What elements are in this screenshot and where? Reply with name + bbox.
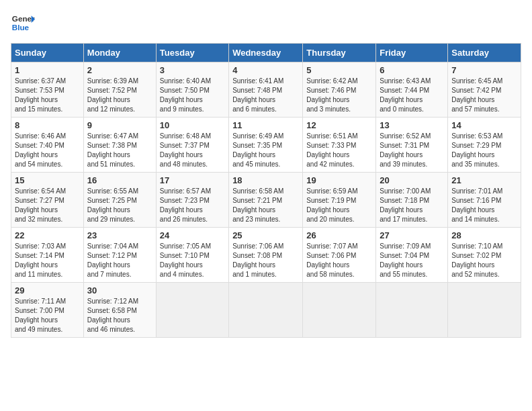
- day-info: Sunrise: 6:47 AMSunset: 7:38 PMDaylight …: [87, 132, 152, 169]
- day-info: Sunrise: 6:52 AMSunset: 7:31 PMDaylight …: [380, 132, 444, 169]
- calendar-week-row: 29Sunrise: 7:11 AMSunset: 7:00 PMDayligh…: [11, 283, 521, 338]
- weekday-header: Wednesday: [229, 44, 303, 62]
- day-info: Sunrise: 7:10 AMSunset: 7:02 PMDaylight …: [451, 242, 517, 279]
- calendar-day-cell: 22Sunrise: 7:03 AMSunset: 7:14 PMDayligh…: [11, 228, 84, 283]
- calendar-day-cell: 3Sunrise: 6:40 AMSunset: 7:50 PMDaylight…: [156, 62, 228, 118]
- calendar-week-row: 15Sunrise: 6:54 AMSunset: 7:27 PMDayligh…: [11, 173, 521, 228]
- weekday-header: Friday: [376, 44, 448, 62]
- calendar-day-cell: 28Sunrise: 7:10 AMSunset: 7:02 PMDayligh…: [448, 228, 521, 283]
- day-number: 20: [380, 175, 444, 185]
- day-info: Sunrise: 6:37 AMSunset: 7:53 PMDaylight …: [15, 77, 80, 114]
- day-info: Sunrise: 6:43 AMSunset: 7:44 PMDaylight …: [380, 77, 444, 114]
- calendar-day-cell: 2Sunrise: 6:39 AMSunset: 7:52 PMDaylight…: [83, 62, 156, 118]
- day-info: Sunrise: 6:48 AMSunset: 7:37 PMDaylight …: [160, 132, 225, 169]
- day-info: Sunrise: 6:58 AMSunset: 7:21 PMDaylight …: [232, 187, 299, 224]
- calendar-day-cell: [448, 283, 521, 338]
- day-number: 26: [306, 230, 372, 240]
- calendar-day-cell: 17Sunrise: 6:57 AMSunset: 7:23 PMDayligh…: [156, 173, 228, 228]
- weekday-header: Saturday: [448, 44, 521, 62]
- day-info: Sunrise: 6:42 AMSunset: 7:46 PMDaylight …: [306, 77, 372, 114]
- day-number: 14: [451, 120, 517, 130]
- weekday-header: Monday: [83, 44, 156, 62]
- calendar-day-cell: 6Sunrise: 6:43 AMSunset: 7:44 PMDaylight…: [376, 62, 448, 118]
- day-number: 11: [232, 120, 299, 130]
- day-number: 30: [87, 285, 152, 295]
- day-number: 18: [232, 175, 299, 185]
- day-info: Sunrise: 7:09 AMSunset: 7:04 PMDaylight …: [380, 242, 444, 279]
- day-info: Sunrise: 7:06 AMSunset: 7:08 PMDaylight …: [232, 242, 299, 279]
- calendar-day-cell: 8Sunrise: 6:46 AMSunset: 7:40 PMDaylight…: [11, 118, 84, 173]
- calendar-day-cell: 7Sunrise: 6:45 AMSunset: 7:42 PMDaylight…: [448, 62, 521, 118]
- weekday-header: Sunday: [11, 44, 84, 62]
- day-info: Sunrise: 6:51 AMSunset: 7:33 PMDaylight …: [306, 132, 372, 169]
- calendar-day-cell: 18Sunrise: 6:58 AMSunset: 7:21 PMDayligh…: [229, 173, 303, 228]
- calendar-day-cell: 5Sunrise: 6:42 AMSunset: 7:46 PMDaylight…: [303, 62, 376, 118]
- header: General Blue: [11, 11, 521, 35]
- day-number: 8: [15, 120, 80, 130]
- calendar-day-cell: [376, 283, 448, 338]
- calendar-day-cell: [229, 283, 303, 338]
- day-number: 25: [232, 230, 299, 240]
- logo-icon: General Blue: [11, 11, 35, 35]
- calendar-day-cell: 20Sunrise: 7:00 AMSunset: 7:18 PMDayligh…: [376, 173, 448, 228]
- calendar-header-row: SundayMondayTuesdayWednesdayThursdayFrid…: [11, 44, 521, 62]
- calendar-week-row: 1Sunrise: 6:37 AMSunset: 7:53 PMDaylight…: [11, 62, 521, 118]
- svg-text:Blue: Blue: [12, 23, 30, 32]
- day-number: 13: [380, 120, 444, 130]
- day-number: 9: [87, 120, 152, 130]
- day-number: 17: [160, 175, 225, 185]
- day-info: Sunrise: 7:12 AMSunset: 6:58 PMDaylight …: [87, 297, 152, 334]
- calendar-week-row: 8Sunrise: 6:46 AMSunset: 7:40 PMDaylight…: [11, 118, 521, 173]
- day-number: 29: [15, 285, 80, 295]
- day-info: Sunrise: 7:04 AMSunset: 7:12 PMDaylight …: [87, 242, 152, 279]
- day-number: 7: [451, 65, 517, 75]
- day-number: 28: [451, 230, 517, 240]
- day-number: 3: [160, 65, 225, 75]
- day-info: Sunrise: 6:57 AMSunset: 7:23 PMDaylight …: [160, 187, 225, 224]
- day-number: 16: [87, 175, 152, 185]
- day-info: Sunrise: 6:49 AMSunset: 7:35 PMDaylight …: [232, 132, 299, 169]
- calendar-day-cell: 14Sunrise: 6:53 AMSunset: 7:29 PMDayligh…: [448, 118, 521, 173]
- calendar-day-cell: 21Sunrise: 7:01 AMSunset: 7:16 PMDayligh…: [448, 173, 521, 228]
- day-number: 12: [306, 120, 372, 130]
- day-number: 27: [380, 230, 444, 240]
- calendar-day-cell: [156, 283, 228, 338]
- calendar-week-row: 22Sunrise: 7:03 AMSunset: 7:14 PMDayligh…: [11, 228, 521, 283]
- day-info: Sunrise: 6:55 AMSunset: 7:25 PMDaylight …: [87, 187, 152, 224]
- weekday-header: Tuesday: [156, 44, 228, 62]
- calendar-day-cell: [303, 283, 376, 338]
- day-info: Sunrise: 6:53 AMSunset: 7:29 PMDaylight …: [451, 132, 517, 169]
- calendar-day-cell: 24Sunrise: 7:05 AMSunset: 7:10 PMDayligh…: [156, 228, 228, 283]
- day-number: 21: [451, 175, 517, 185]
- calendar-day-cell: 1Sunrise: 6:37 AMSunset: 7:53 PMDaylight…: [11, 62, 84, 118]
- day-info: Sunrise: 6:59 AMSunset: 7:19 PMDaylight …: [306, 187, 372, 224]
- day-number: 24: [160, 230, 225, 240]
- calendar-day-cell: 27Sunrise: 7:09 AMSunset: 7:04 PMDayligh…: [376, 228, 448, 283]
- logo: General Blue: [11, 11, 35, 35]
- day-number: 2: [87, 65, 152, 75]
- day-info: Sunrise: 7:00 AMSunset: 7:18 PMDaylight …: [380, 187, 444, 224]
- day-number: 22: [15, 230, 80, 240]
- day-number: 5: [306, 65, 372, 75]
- calendar-day-cell: 13Sunrise: 6:52 AMSunset: 7:31 PMDayligh…: [376, 118, 448, 173]
- calendar-day-cell: 19Sunrise: 6:59 AMSunset: 7:19 PMDayligh…: [303, 173, 376, 228]
- calendar-day-cell: 11Sunrise: 6:49 AMSunset: 7:35 PMDayligh…: [229, 118, 303, 173]
- calendar-body: 1Sunrise: 6:37 AMSunset: 7:53 PMDaylight…: [11, 62, 521, 338]
- day-info: Sunrise: 7:07 AMSunset: 7:06 PMDaylight …: [306, 242, 372, 279]
- weekday-header: Thursday: [303, 44, 376, 62]
- calendar-day-cell: 9Sunrise: 6:47 AMSunset: 7:38 PMDaylight…: [83, 118, 156, 173]
- day-number: 10: [160, 120, 225, 130]
- calendar-day-cell: 29Sunrise: 7:11 AMSunset: 7:00 PMDayligh…: [11, 283, 84, 338]
- day-info: Sunrise: 6:40 AMSunset: 7:50 PMDaylight …: [160, 77, 225, 114]
- calendar-day-cell: 26Sunrise: 7:07 AMSunset: 7:06 PMDayligh…: [303, 228, 376, 283]
- calendar-day-cell: 23Sunrise: 7:04 AMSunset: 7:12 PMDayligh…: [83, 228, 156, 283]
- calendar-day-cell: 4Sunrise: 6:41 AMSunset: 7:48 PMDaylight…: [229, 62, 303, 118]
- day-info: Sunrise: 6:39 AMSunset: 7:52 PMDaylight …: [87, 77, 152, 114]
- day-info: Sunrise: 7:01 AMSunset: 7:16 PMDaylight …: [451, 187, 517, 224]
- day-number: 15: [15, 175, 80, 185]
- day-number: 19: [306, 175, 372, 185]
- calendar-day-cell: 30Sunrise: 7:12 AMSunset: 6:58 PMDayligh…: [83, 283, 156, 338]
- day-info: Sunrise: 6:46 AMSunset: 7:40 PMDaylight …: [15, 132, 80, 169]
- day-info: Sunrise: 7:11 AMSunset: 7:00 PMDaylight …: [15, 297, 80, 334]
- day-info: Sunrise: 6:41 AMSunset: 7:48 PMDaylight …: [232, 77, 299, 114]
